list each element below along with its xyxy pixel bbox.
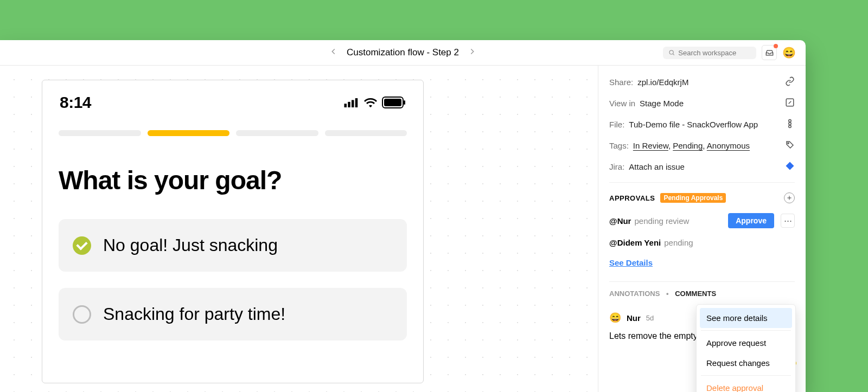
inbox-icon <box>765 49 774 57</box>
status-time: 8:14 <box>60 93 91 112</box>
approve-button[interactable]: Approve <box>728 213 774 228</box>
comment-author: Nur <box>627 313 641 323</box>
svg-point-0 <box>669 50 673 54</box>
approval-menu: See more details Approve request Request… <box>696 304 796 392</box>
view-value[interactable]: Stage Mode <box>640 99 684 108</box>
share-label: Share: <box>609 78 633 87</box>
step-4 <box>325 130 407 136</box>
annotation-tabs: ANNOTATIONS • COMMENTS <box>609 281 795 298</box>
question-heading: What is your goal? <box>59 165 407 195</box>
topbar: Customization flow - Step 2 😄 <box>0 40 806 66</box>
menu-delete-approval[interactable]: Delete approval <box>700 378 792 392</box>
search-box[interactable] <box>663 47 756 59</box>
approval-row: @Didem Yeni pending <box>609 238 795 247</box>
step-3 <box>236 130 318 136</box>
canvas[interactable]: 8:14 <box>0 66 598 392</box>
search-icon <box>668 49 675 56</box>
svg-point-11 <box>789 120 792 123</box>
prev-button[interactable] <box>326 46 340 60</box>
signal-icon <box>344 98 359 107</box>
svg-rect-3 <box>348 102 350 107</box>
svg-rect-2 <box>344 104 347 107</box>
tag-link[interactable]: Pending <box>673 141 703 150</box>
user-avatar[interactable]: 😄 <box>782 46 796 59</box>
toolbar-right: 😄 <box>663 45 806 60</box>
svg-point-10 <box>789 123 792 125</box>
tags-label: Tags: <box>609 141 629 150</box>
view-label: View in <box>609 99 635 108</box>
approval-more-button[interactable]: ⋯ <box>781 214 795 228</box>
page-title: Customization flow - Step 2 <box>347 47 459 58</box>
radio-checked-icon <box>73 236 91 255</box>
option-label: Snacking for party time! <box>103 304 285 324</box>
option-label: No goal! Just snacking <box>103 235 278 255</box>
approval-row: @Nur pending review Approve ⋯ <box>609 213 795 228</box>
side-panel: Share: zpl.io/EdqkrjM View in Stage Mode… <box>598 66 806 392</box>
copy-link-icon[interactable] <box>785 76 795 88</box>
file-label: File: <box>609 120 624 129</box>
svg-point-13 <box>788 143 789 144</box>
breadcrumb: Customization flow - Step 2 <box>326 46 480 60</box>
approval-user: @Nur <box>609 216 631 226</box>
comment-age: 5d <box>646 314 654 322</box>
jira-value[interactable]: Attach an issue <box>629 162 685 171</box>
tags-list: In Review, Pending, Anonymous <box>633 141 750 150</box>
wifi-icon <box>363 98 378 107</box>
option-1[interactable]: No goal! Just snacking <box>59 219 407 272</box>
tag-link[interactable]: In Review <box>633 141 668 150</box>
jira-icon[interactable] <box>785 161 795 172</box>
comment-avatar: 😄 <box>609 312 621 324</box>
figma-icon[interactable] <box>785 119 795 130</box>
approval-state: pending <box>664 238 693 247</box>
add-approval-button[interactable]: ＋ <box>784 192 795 203</box>
menu-see-details[interactable]: See more details <box>700 308 792 328</box>
notification-dot <box>774 44 778 48</box>
battery-icon <box>382 97 406 108</box>
option-2[interactable]: Snacking for party time! <box>59 288 407 340</box>
approval-user: @Didem Yeni <box>609 238 661 247</box>
step-2 <box>148 130 230 136</box>
status-bar: 8:14 <box>59 91 407 117</box>
device-frame: 8:14 <box>42 80 424 383</box>
tab-annotations[interactable]: ANNOTATIONS <box>609 290 660 298</box>
menu-approve-request[interactable]: Approve request <box>700 333 792 353</box>
share-value[interactable]: zpl.io/EdqkrjM <box>637 78 688 87</box>
step-1 <box>59 130 141 136</box>
jira-label: Jira: <box>609 162 624 171</box>
svg-line-1 <box>673 54 674 55</box>
radio-unchecked-icon <box>73 305 91 324</box>
search-input[interactable] <box>678 49 751 57</box>
menu-request-changes[interactable]: Request changes <box>700 353 792 373</box>
see-details-link[interactable]: See Details <box>609 258 653 267</box>
tab-comments[interactable]: COMMENTS <box>675 290 716 298</box>
app-frame: Customization flow - Step 2 😄 8:14 <box>0 40 806 392</box>
next-button[interactable] <box>465 46 480 60</box>
tag-link[interactable]: Anonymous <box>707 141 750 150</box>
step-indicator <box>59 130 407 136</box>
approvals-title: APPROVALS <box>609 194 655 202</box>
svg-point-12 <box>789 125 792 128</box>
file-value[interactable]: Tub-Demo file - SnackOverflow App <box>629 120 758 129</box>
svg-rect-4 <box>352 100 354 108</box>
expand-icon[interactable] <box>785 98 795 109</box>
svg-rect-7 <box>384 99 401 106</box>
svg-rect-8 <box>404 100 405 105</box>
tag-icon[interactable] <box>785 140 795 151</box>
inbox-button[interactable] <box>762 45 777 60</box>
approval-state: pending review <box>634 216 689 226</box>
svg-rect-5 <box>355 98 358 107</box>
approvals-badge: Pending Approvals <box>660 193 726 203</box>
